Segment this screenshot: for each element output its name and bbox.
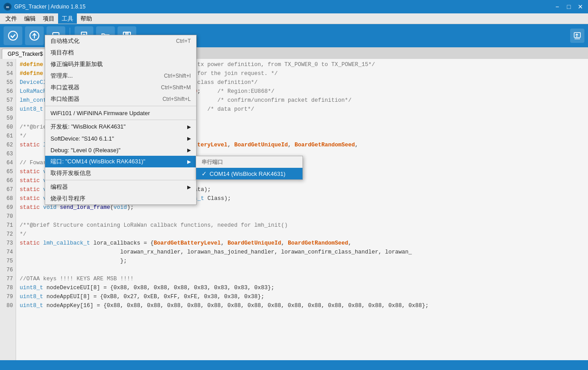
- serial-monitor-shortcut: Ctrl+Shift+M: [161, 84, 191, 91]
- menu-softdevice[interactable]: SoftDevice: "S140 6.1.1" ▶: [45, 133, 196, 144]
- line-num-58: 58: [3, 105, 13, 114]
- code-line-70: [20, 212, 428, 221]
- minimize-button[interactable]: −: [553, 3, 561, 11]
- title-bar-left: ∞ GPS_Tracker | Arduino 1.8.15: [4, 3, 85, 11]
- serial-ports-header-label: 串行端口: [202, 158, 223, 166]
- line-num-79: 79: [3, 293, 13, 302]
- menu-auto-format[interactable]: 自动格式化 Ctrl+T: [45, 35, 196, 47]
- board-arrow: ▶: [187, 124, 191, 130]
- line-numbers: 53 54 55 56 57 58 59 60 61 62 63 64 65 6…: [0, 59, 16, 360]
- verify-button[interactable]: [4, 26, 22, 45]
- fix-encoding-label: 修正编码并重新加载: [50, 60, 103, 68]
- menu-edit[interactable]: 编辑: [21, 13, 39, 24]
- status-bar: [0, 360, 588, 370]
- line-num-60: 60: [3, 123, 13, 132]
- app-logo: ∞: [4, 3, 12, 11]
- tools-menu: 自动格式化 Ctrl+T 项目存档 修正编码并重新加载 管理库... Ctrl+…: [45, 35, 197, 205]
- menu-burn-bootloader[interactable]: 烧录引导程序: [45, 193, 196, 204]
- maximize-button[interactable]: □: [565, 3, 573, 11]
- library-manager-label: 管理库...: [50, 72, 73, 80]
- close-button[interactable]: ✕: [576, 3, 584, 11]
- code-line-73: static lmh_callback_t lora_callbacks = {…: [20, 239, 428, 248]
- line-num-73: 73: [3, 239, 13, 248]
- menu-serial-plotter[interactable]: 串口绘图器 Ctrl+Shift+L: [45, 93, 196, 105]
- upload-button[interactable]: [25, 26, 44, 45]
- auto-format-label: 自动格式化: [50, 37, 80, 45]
- line-num-78: 78: [3, 284, 13, 293]
- debug-level-arrow: ▶: [187, 147, 191, 153]
- code-line-78: uint8_t nodeDeviceEUI[8] = {0x88, 0x88, …: [20, 284, 428, 293]
- port-submenu: 串行端口 ✓ COM14 (WisBlock RAK4631): [196, 156, 303, 180]
- com14-label: COM14 (WisBlock RAK4631): [210, 170, 286, 177]
- menu-divider-2: [45, 120, 196, 120]
- line-num-64: 64: [3, 159, 13, 168]
- code-line-71: /**@brief Structure containing LoRaWan c…: [20, 221, 428, 230]
- menu-debug-level[interactable]: Debug: "Level 0 (Release)" ▶: [45, 144, 196, 156]
- title-bar: ∞ GPS_Tracker | Arduino 1.8.15 − □ ✕: [0, 0, 588, 13]
- port-arrow: ▶: [187, 159, 191, 165]
- serial-plotter-shortcut: Ctrl+Shift+L: [163, 96, 191, 102]
- line-num-75: 75: [3, 257, 13, 266]
- library-manager-shortcut: Ctrl+Shift+I: [164, 73, 191, 79]
- menu-bar: 文件 编辑 项目 工具 帮助: [0, 13, 588, 24]
- code-line-80: uint8_t nodeAppKey[16] = {0x88, 0x88, 0x…: [20, 302, 428, 311]
- line-num-76: 76: [3, 266, 13, 275]
- menu-board[interactable]: 开发板: "WisBlock RAK4631" ▶: [45, 121, 196, 133]
- line-num-53: 53: [3, 61, 13, 70]
- line-num-69: 69: [3, 204, 13, 212]
- menu-wifi-updater[interactable]: WiFi101 / WiFiNINA Firmware Updater: [45, 107, 196, 119]
- get-board-info-label: 取得开发板信息: [50, 169, 91, 177]
- menu-divider-3: [45, 180, 196, 180]
- submenu-com14[interactable]: ✓ COM14 (WisBlock RAK4631): [196, 168, 302, 179]
- svg-point-2: [8, 31, 17, 40]
- menu-programmer[interactable]: 编程器 ▶: [45, 181, 196, 193]
- menu-get-board-info[interactable]: 取得开发板信息: [45, 167, 196, 179]
- line-num-57: 57: [3, 96, 13, 105]
- debug-level-label: Debug: "Level 0 (Release)": [50, 147, 121, 154]
- tab-main[interactable]: GPS_Tracker$: [2, 49, 49, 59]
- menu-port[interactable]: 端口: "COM14 (WisBlock RAK4631)" ▶: [45, 156, 196, 167]
- menu-help[interactable]: 帮助: [77, 13, 96, 24]
- line-num-67: 67: [3, 186, 13, 195]
- line-num-71: 71: [3, 221, 13, 230]
- line-num-70: 70: [3, 212, 13, 221]
- code-line-69: static void send_lora_frame(void);: [20, 204, 428, 212]
- port-label: 端口: "COM14 (WisBlock RAK4631)": [50, 158, 145, 166]
- line-num-63: 63: [3, 150, 13, 159]
- line-num-62: 62: [3, 141, 13, 150]
- burn-bootloader-label: 烧录引导程序: [50, 195, 85, 203]
- board-label: 开发板: "WisBlock RAK4631": [50, 123, 126, 131]
- menu-fix-encoding[interactable]: 修正编码并重新加载: [45, 58, 196, 70]
- menu-project[interactable]: 项目: [39, 13, 58, 24]
- line-num-80: 80: [3, 302, 13, 311]
- line-num-61: 61: [3, 132, 13, 141]
- menu-serial-monitor[interactable]: 串口监视器 Ctrl+Shift+M: [45, 82, 196, 93]
- menu-archive[interactable]: 项目存档: [45, 47, 196, 58]
- serial-monitor-label: 串口监视器: [50, 83, 80, 91]
- menu-tools[interactable]: 工具: [58, 13, 77, 24]
- app-title: GPS_Tracker | Arduino 1.8.15: [14, 4, 85, 10]
- toolbar-right: [570, 29, 584, 43]
- line-num-77: 77: [3, 275, 13, 284]
- submenu-serial-ports-header: 串行端口: [196, 156, 302, 168]
- code-line-72: */: [20, 230, 428, 239]
- softdevice-label: SoftDevice: "S140 6.1.1": [50, 135, 114, 142]
- com14-check: ✓: [202, 170, 207, 177]
- menu-library-manager[interactable]: 管理库... Ctrl+Shift+I: [45, 70, 196, 82]
- programmer-arrow: ▶: [187, 184, 191, 190]
- serial-monitor-button[interactable]: [570, 29, 584, 43]
- svg-text:∞: ∞: [6, 4, 9, 9]
- archive-label: 项目存档: [50, 49, 74, 57]
- serial-plotter-label: 串口绘图器: [50, 95, 80, 103]
- line-num-74: 74: [3, 248, 13, 257]
- code-line-79: uint8_t nodeAppEUI[8] = {0xB8, 0x27, 0xE…: [20, 293, 428, 302]
- auto-format-shortcut: Ctrl+T: [176, 38, 191, 44]
- menu-file[interactable]: 文件: [2, 13, 21, 24]
- line-num-56: 56: [3, 87, 13, 96]
- status-text: [4, 362, 6, 368]
- line-num-72: 72: [3, 230, 13, 239]
- code-line-76: [20, 266, 428, 275]
- code-line-75: };: [20, 257, 428, 266]
- menu-divider-1: [45, 106, 196, 106]
- line-num-65: 65: [3, 168, 13, 177]
